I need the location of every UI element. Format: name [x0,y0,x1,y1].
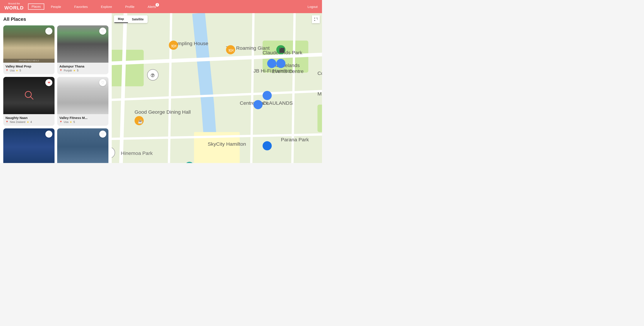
map-tab-map[interactable]: Map [114,15,128,23]
svg-text:⬛: ⬛ [279,48,285,53]
location-icon: 📍 [59,121,62,124]
card-rating: 5 [74,120,75,124]
svg-text:Good George Dining Hall: Good George Dining Hall [134,109,190,115]
svg-rect-3 [112,50,144,86]
svg-text:⑦: ⑦ [150,73,155,78]
card-name: Valley Meal Prep [6,64,52,68]
nav-favorites[interactable]: Favorites [74,5,88,8]
card-name: Naughty Naan [6,116,52,120]
svg-point-107 [263,141,272,150]
map-tab-satellite[interactable]: Satellite [128,15,148,23]
card-name: Valley Fitness M... [59,116,106,120]
nav-logout[interactable]: Logout [308,5,318,8]
card-rating: 4 [30,120,32,124]
alerts-badge: 2 [156,3,159,6]
svg-text:Hinemoa Park: Hinemoa Park [121,150,153,156]
star-icon: ★ [27,120,29,124]
svg-point-106 [254,100,263,109]
nav-profile[interactable]: Profile [125,5,134,8]
favorite-button-adampur-thana[interactable]: ♡ [99,28,106,34]
map-fullscreen-button[interactable] [312,15,320,23]
main-content: All Places AFFORDABLE MEALS ♡ Valley Mea… [0,13,322,163]
svg-text:☕: ☕ [138,119,143,124]
search-icon [24,90,34,100]
logo-around: Around the [4,2,24,5]
fullscreen-icon [314,18,318,21]
star-icon: ★ [70,120,72,124]
map-tab-controls: Map Satellite [114,15,148,23]
place-card-5[interactable]: ♡ [3,128,54,163]
favorite-button-valley-meal-prep[interactable]: ♡ [45,28,52,34]
logo: Around the WORLD [4,2,24,11]
card-rating: 5 [77,69,78,72]
card-location: New Zealand [10,120,26,124]
sidebar: All Places AFFORDABLE MEALS ♡ Valley Mea… [0,13,112,163]
header: Around the WORLD Places People Favorites… [0,0,322,13]
card-location: Usa [10,69,14,72]
svg-text:🍽: 🍽 [229,48,233,53]
card-name: Adampur Thana [59,64,106,68]
place-card-valley-fitness[interactable]: ♡ Valley Fitness M... 📍 Usa ★ 5 [57,77,108,126]
place-card-naughty-naan[interactable]: ❤ Naughty Naan 📍 New Zealand ★ 4 [3,77,54,126]
location-icon: 📍 [6,121,8,124]
card-location: Punjab [64,69,72,72]
svg-point-110 [276,59,286,68]
nav-explore[interactable]: Explore [101,5,112,8]
logo-world: WORLD [4,5,24,11]
star-icon: ★ [16,69,18,72]
place-card-adampur-thana[interactable]: ♡ Adampur Thana 📍 Punjab ★ 5 [57,26,108,74]
nav-people[interactable]: People [51,5,61,8]
svg-point-104 [263,91,272,100]
map-background: WHITIORA Hinemoa Park CLAULANDS East St … [112,13,322,163]
location-icon: 📍 [6,69,8,72]
star-icon: ★ [73,69,76,72]
svg-text:Countdown Cl...: Countdown Cl... [318,70,322,76]
svg-text:🍽: 🍽 [172,44,176,48]
main-nav: People Favorites Explore Profile Alerts … [51,5,318,8]
nav-alerts[interactable]: Alerts 2 [148,5,156,8]
svg-point-105 [267,59,276,68]
svg-text:Parana Park: Parana Park [281,137,309,142]
svg-text:Mitre 10 MEGA Ruakura: Mitre 10 MEGA Ruakura [318,91,322,96]
map-area: WHITIORA Hinemoa Park CLAULANDS East St … [112,13,322,163]
svg-rect-8 [318,105,322,132]
favorite-button-6[interactable]: ♡ [99,130,106,138]
places-tab[interactable]: Places [28,4,44,10]
svg-line-1 [30,96,33,99]
favorite-button-5[interactable]: ♡ [45,130,52,138]
places-grid: AFFORDABLE MEALS ♡ Valley Meal Prep 📍 Us… [3,26,108,163]
svg-text:SkyCity Hamilton: SkyCity Hamilton [208,141,246,147]
place-card-valley-meal-prep[interactable]: AFFORDABLE MEALS ♡ Valley Meal Prep 📍 Us… [3,26,54,74]
favorite-button-valley-fitness[interactable]: ♡ [99,79,106,86]
sidebar-title: All Places [3,16,108,22]
location-icon: 📍 [59,69,62,72]
place-card-6[interactable]: ♡ [57,128,108,163]
favorite-button-naughty-naan[interactable]: ❤ [45,79,52,86]
svg-text:Events Centre: Events Centre [272,68,304,74]
card-location: Usa [64,120,68,124]
card-rating: 5 [20,69,21,72]
